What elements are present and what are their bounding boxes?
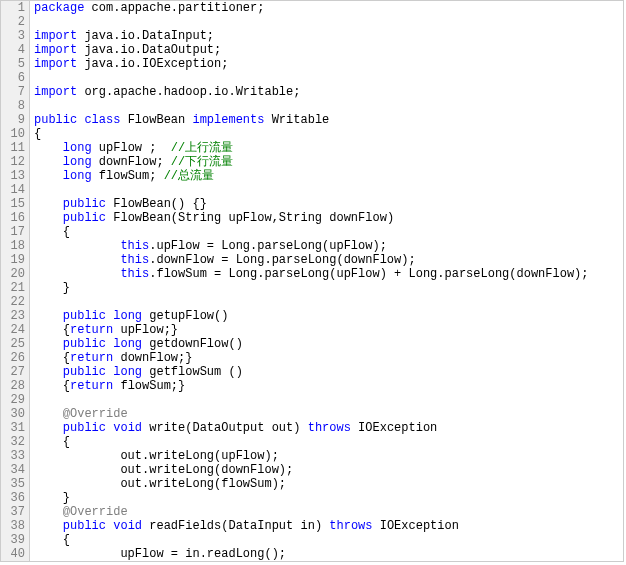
line-number: 7 bbox=[3, 85, 25, 99]
code-line[interactable]: out.writeLong(flowSum); bbox=[34, 477, 623, 491]
line-number: 19 bbox=[3, 253, 25, 267]
code-line[interactable]: package com.appache.partitioner; bbox=[34, 1, 623, 15]
code-line[interactable]: @Override bbox=[34, 505, 623, 519]
code-line[interactable]: public long getflowSum () bbox=[34, 365, 623, 379]
code-editor: 1234567891011121314151617181920212223242… bbox=[0, 0, 624, 562]
line-number: 9 bbox=[3, 113, 25, 127]
code-line[interactable] bbox=[34, 99, 623, 113]
code-line[interactable]: } bbox=[34, 281, 623, 295]
code-line[interactable]: public void write(DataOutput out) throws… bbox=[34, 421, 623, 435]
code-line[interactable]: import java.io.DataInput; bbox=[34, 29, 623, 43]
code-line[interactable]: { bbox=[34, 435, 623, 449]
line-number: 22 bbox=[3, 295, 25, 309]
code-line[interactable]: { bbox=[34, 533, 623, 547]
line-number: 30 bbox=[3, 407, 25, 421]
line-number: 26 bbox=[3, 351, 25, 365]
line-number: 15 bbox=[3, 197, 25, 211]
code-line[interactable]: long flowSum; //总流量 bbox=[34, 169, 623, 183]
code-line[interactable]: @Override bbox=[34, 407, 623, 421]
line-number: 6 bbox=[3, 71, 25, 85]
code-line[interactable]: {return downFlow;} bbox=[34, 351, 623, 365]
code-line[interactable]: import java.io.IOException; bbox=[34, 57, 623, 71]
line-number: 35 bbox=[3, 477, 25, 491]
code-line[interactable]: { bbox=[34, 225, 623, 239]
line-number: 18 bbox=[3, 239, 25, 253]
line-number: 24 bbox=[3, 323, 25, 337]
line-number: 39 bbox=[3, 533, 25, 547]
code-line[interactable]: public long getupFlow() bbox=[34, 309, 623, 323]
code-line[interactable]: { bbox=[34, 127, 623, 141]
code-area[interactable]: package com.appache.partitioner; import … bbox=[30, 1, 623, 561]
code-line[interactable]: import org.apache.hadoop.io.Writable; bbox=[34, 85, 623, 99]
code-line[interactable]: long upFlow ; //上行流量 bbox=[34, 141, 623, 155]
code-line[interactable]: public long getdownFlow() bbox=[34, 337, 623, 351]
code-line[interactable]: this.flowSum = Long.parseLong(upFlow) + … bbox=[34, 267, 623, 281]
code-line[interactable]: {return upFlow;} bbox=[34, 323, 623, 337]
code-line[interactable]: out.writeLong(downFlow); bbox=[34, 463, 623, 477]
line-number: 2 bbox=[3, 15, 25, 29]
line-number: 37 bbox=[3, 505, 25, 519]
line-number: 32 bbox=[3, 435, 25, 449]
line-number-gutter: 1234567891011121314151617181920212223242… bbox=[1, 1, 30, 561]
line-number: 14 bbox=[3, 183, 25, 197]
line-number: 29 bbox=[3, 393, 25, 407]
code-line[interactable]: public FlowBean() {} bbox=[34, 197, 623, 211]
code-line[interactable] bbox=[34, 15, 623, 29]
code-line[interactable] bbox=[34, 393, 623, 407]
line-number: 12 bbox=[3, 155, 25, 169]
line-number: 25 bbox=[3, 337, 25, 351]
line-number: 36 bbox=[3, 491, 25, 505]
line-number: 23 bbox=[3, 309, 25, 323]
line-number: 10 bbox=[3, 127, 25, 141]
code-line[interactable]: this.downFlow = Long.parseLong(downFlow)… bbox=[34, 253, 623, 267]
code-line[interactable] bbox=[34, 295, 623, 309]
code-line[interactable]: long downFlow; //下行流量 bbox=[34, 155, 623, 169]
line-number: 3 bbox=[3, 29, 25, 43]
line-number: 4 bbox=[3, 43, 25, 57]
code-line[interactable]: import java.io.DataOutput; bbox=[34, 43, 623, 57]
line-number: 8 bbox=[3, 99, 25, 113]
line-number: 5 bbox=[3, 57, 25, 71]
line-number: 1 bbox=[3, 1, 25, 15]
code-line[interactable]: public class FlowBean implements Writabl… bbox=[34, 113, 623, 127]
code-line[interactable]: out.writeLong(upFlow); bbox=[34, 449, 623, 463]
code-line[interactable]: public void readFields(DataInput in) thr… bbox=[34, 519, 623, 533]
code-line[interactable]: upFlow = in.readLong(); bbox=[34, 547, 623, 561]
line-number: 20 bbox=[3, 267, 25, 281]
code-line[interactable]: public FlowBean(String upFlow,String dow… bbox=[34, 211, 623, 225]
line-number: 28 bbox=[3, 379, 25, 393]
line-number: 21 bbox=[3, 281, 25, 295]
line-number: 13 bbox=[3, 169, 25, 183]
line-number: 40 bbox=[3, 547, 25, 561]
line-number: 33 bbox=[3, 449, 25, 463]
line-number: 34 bbox=[3, 463, 25, 477]
code-line[interactable] bbox=[34, 183, 623, 197]
line-number: 17 bbox=[3, 225, 25, 239]
line-number: 11 bbox=[3, 141, 25, 155]
line-number: 16 bbox=[3, 211, 25, 225]
code-line[interactable]: } bbox=[34, 491, 623, 505]
line-number: 38 bbox=[3, 519, 25, 533]
code-line[interactable] bbox=[34, 71, 623, 85]
line-number: 31 bbox=[3, 421, 25, 435]
code-line[interactable]: this.upFlow = Long.parseLong(upFlow); bbox=[34, 239, 623, 253]
line-number: 27 bbox=[3, 365, 25, 379]
code-line[interactable]: {return flowSum;} bbox=[34, 379, 623, 393]
